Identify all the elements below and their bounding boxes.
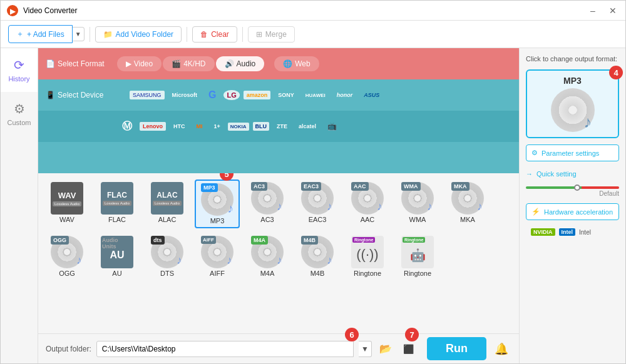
wav-box: WAV Lossless Audio — [51, 182, 83, 215]
format-aac[interactable]: AAC ♪ AAC — [345, 179, 390, 228]
device-apple[interactable] — [118, 93, 126, 97]
device-asus[interactable]: ASUS — [360, 90, 383, 100]
format-m4b[interactable]: M4B ♪ M4B — [295, 233, 340, 280]
hw-icon: ⚡ — [531, 208, 540, 216]
format-wav[interactable]: WAV Lossless Audio WAV — [44, 179, 90, 228]
video-format-btn[interactable]: ▶ Video — [117, 56, 162, 71]
toolbar: ＋ + Add Files ▼ 📁 Add Video Folder 🗑 Cle… — [1, 21, 625, 48]
format-au[interactable]: Audio Units AU AU — [95, 233, 140, 280]
arrow-right-icon: → — [526, 170, 533, 178]
format-icon: 📄 — [46, 59, 55, 68]
m4a-label: M4A — [260, 270, 275, 277]
aac-label: AAC — [361, 216, 375, 223]
quality-slider: Default — [526, 186, 619, 197]
hardware-acceleration-button[interactable]: ⚡ Hardware acceleration — [526, 203, 619, 220]
run-button[interactable]: Run — [427, 337, 486, 360]
format-grid: WAV Lossless Audio WAV FLAC Lossless Aud… — [44, 179, 513, 280]
device-microsoft[interactable]: Microsoft — [168, 90, 202, 100]
device-zte[interactable]: ZTE — [273, 121, 291, 131]
alac-box: ALAC Lossless Audio — [151, 182, 183, 215]
select-format-label: 📄 Select Format — [38, 59, 112, 68]
sidebar-item-history[interactable]: ⟳ History — [1, 48, 38, 92]
ogg-label: OGG — [59, 270, 75, 277]
history-icon: ⟳ — [14, 58, 24, 73]
path-dropdown-button[interactable]: ▼ — [359, 341, 372, 357]
ringtone-android-label: Ringtone — [404, 270, 431, 277]
format-ringtone-ios[interactable]: Ringtone ((·)) Ringtone — [345, 233, 390, 280]
add-folder-button[interactable]: 📁 Add Video Folder — [95, 26, 182, 43]
web-format-btn[interactable]: 🌐 Web — [274, 56, 319, 71]
add-files-button[interactable]: ＋ + Add Files — [8, 25, 73, 43]
device-blu[interactable]: BLU — [253, 122, 270, 131]
edit-path-button[interactable]: ⬛ — [399, 340, 417, 358]
minimize-button[interactable]: – — [587, 6, 599, 16]
format-m4a[interactable]: M4A ♪ M4A — [245, 233, 290, 280]
device-lenovo[interactable]: Lenovo — [140, 122, 166, 131]
format-mp3[interactable]: MP3 ♪ MP3 — [195, 179, 240, 228]
output-path-input[interactable] — [96, 341, 354, 357]
format-ringtone-android[interactable]: Ringtone 🤖 Ringtone — [395, 233, 440, 280]
device-samsung[interactable]: SAMSUNG — [130, 91, 165, 99]
sidebar-item-custom[interactable]: ⚙ Custom — [1, 92, 38, 136]
device-amazon[interactable]: amazon — [244, 91, 271, 99]
format-alac[interactable]: ALAC Lossless Audio ALAC — [145, 179, 190, 228]
format-wma[interactable]: WMA ♪ WMA — [395, 179, 440, 228]
video-icon: ▶ — [126, 59, 131, 68]
4k-format-btn[interactable]: 🎬 4K/HD — [163, 56, 214, 71]
device-alcatel[interactable]: alcatel — [295, 121, 320, 131]
clear-button[interactable]: 🗑 Clear — [192, 26, 237, 43]
bottom-bar: Output folder: 6 ▼ 📂 ⬛ 7 Run 🔔 — [38, 333, 519, 363]
format-mka[interactable]: MKA ♪ MKA — [445, 179, 490, 228]
audio-format-btn[interactable]: 🔊 Audio — [216, 56, 265, 71]
svg-text:▶: ▶ — [10, 7, 16, 16]
device-htc[interactable]: HTC — [170, 121, 189, 131]
hw-accel-label: Hardware acceleration — [544, 208, 613, 216]
merge-icon: ⊞ — [256, 30, 262, 39]
title-bar-controls: – ✕ — [587, 6, 619, 16]
step-6-badge: 6 — [345, 328, 359, 341]
browse-folder-button[interactable]: 📂 — [377, 340, 394, 358]
slider-thumb[interactable] — [574, 185, 580, 191]
toolbar-divider-1 — [90, 27, 90, 42]
app-title: Video Converter — [23, 6, 78, 15]
format-ac3[interactable]: AC3 ♪ AC3 — [245, 179, 290, 228]
nvidia-icon: NVIDIA — [531, 228, 555, 236]
parameter-settings-button[interactable]: ⚙ Parameter settings — [526, 144, 619, 161]
device-icon: 📱 — [46, 91, 55, 99]
add-files-dropdown[interactable]: ▼ — [73, 27, 85, 41]
format-flac[interactable]: FLAC Lossless Audio FLAC — [95, 179, 140, 228]
format-eac3[interactable]: EAC3 ♪ EAC3 — [295, 179, 340, 228]
settings-icon: ⚙ — [531, 149, 538, 157]
close-button[interactable]: ✕ — [607, 6, 619, 16]
custom-icon: ⚙ — [14, 101, 25, 116]
output-format-preview[interactable]: 4 MP3 ♪ — [526, 69, 619, 138]
merge-button[interactable]: ⊞ Merge — [248, 26, 295, 43]
device-lg[interactable]: LG — [223, 90, 239, 100]
flac-label: FLAC — [108, 216, 126, 223]
eac3-label: EAC3 — [309, 216, 327, 223]
alarm-button[interactable]: 🔔 — [491, 339, 511, 359]
device-tv[interactable]: 📺 — [324, 120, 341, 133]
m4b-label: M4B — [310, 270, 325, 277]
clear-label: Clear — [211, 30, 229, 39]
device-nokia[interactable]: NOKIA — [228, 123, 249, 131]
preview-format-name: MP3 — [563, 76, 582, 86]
slider-track[interactable] — [526, 186, 619, 189]
device-motorola[interactable]: Ⓜ — [118, 118, 136, 135]
mp3-preview-icon: ♪ — [551, 88, 595, 132]
step-7-badge: 7 — [405, 328, 419, 341]
device-oneplus[interactable]: 1+ — [210, 121, 224, 131]
format-dts[interactable]: dts ♪ DTS — [145, 233, 190, 280]
format-aiff[interactable]: AIFF ♪ AIFF — [195, 233, 240, 280]
device-sony[interactable]: SONY — [274, 90, 298, 100]
device-google[interactable]: G — [205, 88, 220, 103]
intel-icon: Intel — [559, 228, 576, 236]
device-mi[interactable]: MI — [193, 121, 207, 131]
quick-setting-button[interactable]: → Quick setting — [526, 168, 619, 180]
format-ogg[interactable]: OGG ♪ OGG — [44, 233, 90, 280]
folder-icon: 📁 — [103, 30, 113, 39]
flac-box: FLAC Lossless Audio — [101, 182, 133, 215]
format-type-buttons: ▶ Video 🎬 4K/HD 🔊 Audio — [112, 51, 270, 76]
device-huawei[interactable]: HUAWEI — [302, 91, 329, 100]
device-honor[interactable]: honor — [333, 90, 357, 100]
